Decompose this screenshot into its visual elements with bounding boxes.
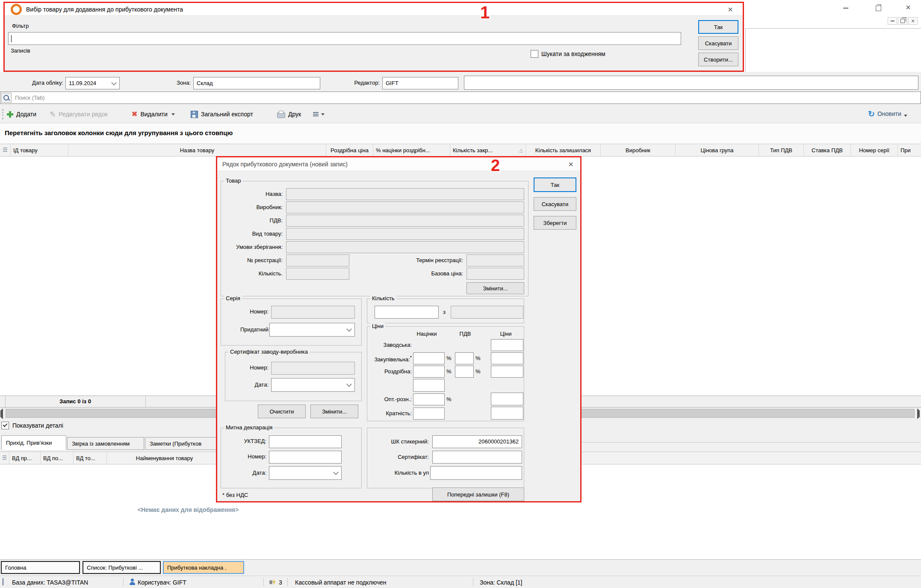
sticker-field[interactable]: 2060000201362 [432,435,522,448]
grid-col-serial[interactable]: Номер серії [851,144,898,156]
tab-zvirka[interactable]: Звірка із замовленням [67,437,144,450]
dialog2-titlebar[interactable]: Рядок прибуткового документа (новий запи… [217,157,580,171]
dialog1-close-button[interactable]: × [724,4,737,15]
sert-field[interactable] [432,451,522,464]
prev-balances-button[interactable]: Попередні залишки (F8) [432,488,524,501]
delete-dropdown-icon[interactable] [171,113,175,115]
filter-input[interactable] [8,32,681,45]
base-price-field[interactable] [466,268,524,280]
tab-zametki[interactable]: Заметки (Прибутков [145,437,227,450]
chevron-down-icon[interactable] [111,80,117,86]
grid-col-price-group[interactable]: Цінова група [676,144,759,156]
match-checkbox[interactable]: Шукати за входженням [531,50,605,58]
customs-date-combobox[interactable] [269,466,342,480]
toolbar-grip[interactable] [2,109,3,119]
seriya-valid-combobox[interactable] [269,323,355,337]
product-type-field[interactable] [286,228,524,240]
dialog1-titlebar[interactable]: Вибір товару для додавання до прибутково… [5,3,743,16]
certificate-number-field[interactable] [271,362,355,375]
grid-header-grip[interactable] [0,144,11,156]
scroll-right-button[interactable] [917,411,920,417]
wholesale-price-field[interactable] [491,393,523,405]
quantity-total-field[interactable] [451,306,523,319]
minimize-button[interactable] [839,3,853,13]
view-options-button[interactable] [313,108,325,120]
multiplicity-field[interactable] [413,408,445,420]
seriya-valid-chevron-icon[interactable] [346,326,352,332]
multiplicity-price-field[interactable] [491,407,523,420]
mdi-close-button[interactable]: × [908,17,918,25]
add-button[interactable]: Додати [7,108,36,120]
dialog1-create-button[interactable]: Створити... [698,53,738,66]
grid-col-retail-price[interactable]: Роздрібна ціна [326,144,373,156]
show-details-checkbox[interactable]: Показувати деталі [1,422,63,429]
grid-col-qty-left[interactable]: Кількість залишилася [526,144,601,156]
customs-date-chevron-icon[interactable] [333,470,339,475]
search-input[interactable]: Поиск (Tab) [0,92,921,104]
delete-button[interactable]: ✖ Видалити [132,108,175,120]
customs-number-field[interactable] [269,451,342,464]
refresh-dropdown-icon[interactable] [904,115,907,117]
grid-col-id[interactable]: ІД товару [11,144,68,156]
retail-price-field[interactable] [491,366,523,378]
grid-col-vat-rate[interactable]: Ставка ПДВ [804,144,851,156]
bottom-tab-spisok[interactable]: Список: Прибуткові ... [83,561,161,574]
edit-row-button[interactable]: ✎ Редагувати рядок [50,108,108,120]
dialog2-cancel-button[interactable]: Скасувати [534,197,576,211]
mdi-restore-button[interactable] [898,17,907,25]
extra-markup-field[interactable] [413,379,445,392]
certificate-clear-button[interactable]: Очистити [258,405,306,418]
refresh-button[interactable]: ↻ Оновити [868,107,907,120]
grid-col-qty-closed[interactable]: Кількість закр...△ [450,144,526,156]
purchase-markup-field[interactable] [413,352,445,364]
editor-field[interactable]: GIFT [382,77,458,89]
storage-field[interactable] [286,241,524,253]
bottom-tab-golovna[interactable]: Головна [1,561,80,574]
dialog2-ok-button[interactable]: Так [534,177,576,192]
dialog1-ok-button[interactable]: Так [698,20,738,34]
detail-col-vd-pr[interactable]: ВД пр... [9,452,41,464]
scroll-left-button[interactable] [0,411,3,417]
dialog2-close-button[interactable]: × [564,159,577,169]
manufacturer-field[interactable] [286,201,524,213]
detail-col-vd-po[interactable]: ВД по... [41,452,74,464]
purchase-price-field[interactable] [491,352,523,364]
reg-term-field[interactable] [466,254,524,266]
checkbox-checked-icon[interactable] [1,422,9,429]
detail-col-vd-to[interactable]: ВД то... [74,452,107,464]
zone-field[interactable]: Склад [193,77,320,89]
tovar-change-button[interactable]: Змінити... [466,282,524,294]
export-button[interactable]: Загальний експорт [191,108,253,120]
certificate-change-button[interactable]: Змінити... [310,405,358,418]
vat-field[interactable] [286,215,524,227]
tab-prihod-privyazki[interactable]: Прихід. Прив'язки [1,435,66,450]
factory-price-field[interactable] [491,339,523,351]
quantity-input[interactable] [375,306,439,319]
qty-pack-field[interactable] [430,466,522,480]
sort-ascending-icon[interactable]: △ [520,148,523,153]
bottom-tab-pributkova[interactable]: Прибуткова накладна . [163,561,244,574]
detail-header-grip[interactable] [0,452,9,464]
quantity-field[interactable] [286,268,349,280]
retail-vat-field[interactable] [455,366,474,378]
uktzed-field[interactable] [269,435,342,448]
date-combobox[interactable]: 11.09.2024 [65,77,120,89]
search-icon-box[interactable] [1,93,12,103]
dialog1-cancel-button[interactable]: Скасувати [698,36,738,50]
certificate-date-chevron-icon[interactable] [346,381,352,387]
wholesale-markup-field[interactable] [413,393,445,405]
seriya-number-field[interactable] [271,306,355,319]
maximize-button[interactable] [871,3,885,13]
certificate-date-combobox[interactable] [271,378,355,392]
retail-markup-field[interactable] [413,366,445,378]
grid-col-manufacturer[interactable]: Виробник [601,144,676,156]
grid-col-name[interactable]: Назва товару [68,144,326,156]
comment-field[interactable] [464,76,918,90]
view-options-dropdown-icon[interactable] [321,113,325,115]
grid-col-vat-type[interactable]: Тип ПДВ [759,144,804,156]
dialog2-save-button[interactable]: Зберегти [534,216,576,230]
grid-col-markup-pct[interactable]: % націнки роздрібн... [373,144,450,156]
reg-number-field[interactable] [286,254,349,266]
close-button[interactable]: × [901,2,915,13]
detail-col-name[interactable]: Найменування товару [107,452,222,464]
